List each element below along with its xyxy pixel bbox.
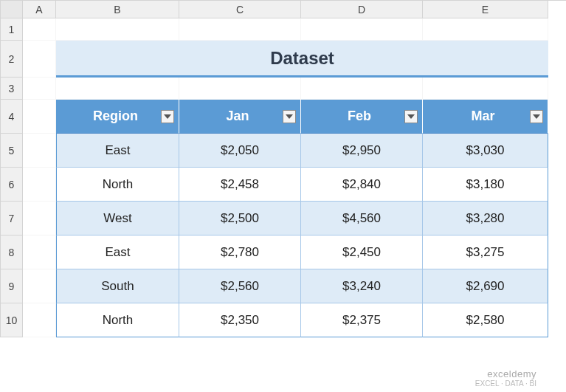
cell-A4[interactable] <box>23 100 56 134</box>
cell-A10[interactable] <box>23 303 56 337</box>
table-header-label: Mar <box>423 109 530 124</box>
table-cell[interactable]: $2,450 <box>301 235 423 269</box>
table-cell[interactable]: $2,458 <box>179 168 301 202</box>
row-header-4[interactable]: 4 <box>1 100 23 134</box>
cell-A2[interactable] <box>23 41 56 78</box>
col-header-C[interactable]: C <box>179 1 301 18</box>
table-cell[interactable]: $2,375 <box>301 303 423 337</box>
cell-A5[interactable] <box>23 134 56 168</box>
table-cell[interactable]: $3,240 <box>301 269 423 303</box>
chevron-down-icon <box>164 114 171 119</box>
table-cell[interactable]: $2,690 <box>423 269 548 303</box>
col-header-B[interactable]: B <box>56 1 179 18</box>
select-all-corner[interactable] <box>1 1 23 18</box>
svg-marker-2 <box>407 114 415 119</box>
table-cell[interactable]: West <box>56 202 179 235</box>
watermark-tagline: EXCEL · DATA · BI <box>475 379 536 388</box>
table-cell[interactable]: East <box>56 235 179 269</box>
table-header-label: Jan <box>179 109 283 124</box>
cell-A9[interactable] <box>23 269 56 303</box>
col-header-E[interactable]: E <box>423 1 548 18</box>
cell-D1[interactable] <box>301 18 423 41</box>
cell-D3[interactable] <box>301 78 423 100</box>
table-header-region[interactable]: Region <box>56 100 179 134</box>
row-header-9[interactable]: 9 <box>1 269 23 303</box>
filter-button-mar[interactable] <box>530 110 543 123</box>
cell-E1[interactable] <box>423 18 548 41</box>
table-header-jan[interactable]: Jan <box>179 100 301 134</box>
table-cell[interactable]: $3,275 <box>423 235 548 269</box>
cell-A1[interactable] <box>23 18 56 41</box>
cell-B1[interactable] <box>56 18 179 41</box>
table-cell[interactable]: East <box>56 134 179 168</box>
filter-button-feb[interactable] <box>404 110 418 123</box>
table-cell[interactable]: $3,180 <box>423 168 548 202</box>
table-cell[interactable]: North <box>56 303 179 337</box>
cell-C3[interactable] <box>179 78 301 100</box>
table-cell[interactable]: $2,560 <box>179 269 301 303</box>
svg-marker-0 <box>164 114 171 119</box>
chevron-down-icon <box>286 114 293 119</box>
table-cell[interactable]: South <box>56 269 179 303</box>
table-cell[interactable]: $2,580 <box>423 303 548 337</box>
row-header-8[interactable]: 8 <box>1 235 23 269</box>
table-header-label: Region <box>57 109 161 124</box>
row-header-5[interactable]: 5 <box>1 134 23 168</box>
cell-A6[interactable] <box>23 168 56 202</box>
table-cell[interactable]: North <box>56 168 179 202</box>
row-header-10[interactable]: 10 <box>1 303 23 337</box>
row-header-6[interactable]: 6 <box>1 168 23 202</box>
col-header-A[interactable]: A <box>23 1 56 18</box>
spreadsheet-grid: A B C D E 1 2 Dataset 3 4 Region Jan Feb… <box>0 0 566 337</box>
svg-marker-3 <box>533 114 540 119</box>
table-cell[interactable]: $2,840 <box>301 168 423 202</box>
cell-E3[interactable] <box>423 78 548 100</box>
table-header-label: Feb <box>301 109 404 124</box>
table-cell[interactable]: $2,950 <box>301 134 423 168</box>
cell-A7[interactable] <box>23 202 56 235</box>
table-cell[interactable]: $3,280 <box>423 202 548 235</box>
cell-C1[interactable] <box>179 18 301 41</box>
col-header-D[interactable]: D <box>301 1 423 18</box>
cell-A3[interactable] <box>23 78 56 100</box>
table-cell[interactable]: $2,780 <box>179 235 301 269</box>
watermark-brand: exceldemy <box>475 369 536 379</box>
svg-marker-1 <box>286 114 293 119</box>
table-cell[interactable]: $2,500 <box>179 202 301 235</box>
chevron-down-icon <box>533 114 540 119</box>
row-header-7[interactable]: 7 <box>1 202 23 235</box>
table-cell[interactable]: $2,050 <box>179 134 301 168</box>
table-header-feb[interactable]: Feb <box>301 100 423 134</box>
chevron-down-icon <box>407 114 415 119</box>
table-cell[interactable]: $2,350 <box>179 303 301 337</box>
dataset-title[interactable]: Dataset <box>56 41 548 78</box>
row-header-3[interactable]: 3 <box>1 78 23 100</box>
cell-A8[interactable] <box>23 235 56 269</box>
row-header-2[interactable]: 2 <box>1 41 23 78</box>
filter-button-jan[interactable] <box>283 110 296 123</box>
watermark: exceldemy EXCEL · DATA · BI <box>475 369 536 388</box>
table-cell[interactable]: $3,030 <box>423 134 548 168</box>
row-header-1[interactable]: 1 <box>1 18 23 41</box>
table-header-mar[interactable]: Mar <box>423 100 548 134</box>
filter-button-region[interactable] <box>161 110 174 123</box>
cell-B3[interactable] <box>56 78 179 100</box>
table-cell[interactable]: $4,560 <box>301 202 423 235</box>
